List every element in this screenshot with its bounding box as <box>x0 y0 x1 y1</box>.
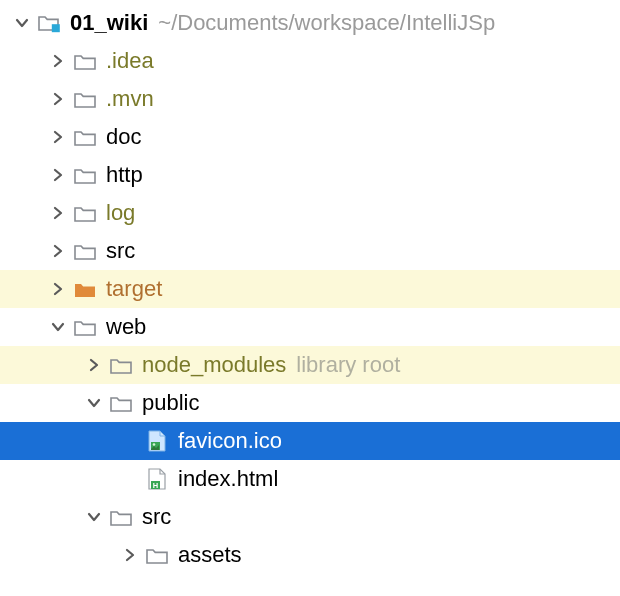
folder-icon <box>106 392 136 415</box>
folder-icon <box>70 126 100 149</box>
tree-item-idea-label: .idea <box>106 48 154 74</box>
project-root-suffix: ~/Documents/workspace/IntelliJSp <box>158 10 620 36</box>
tree-item-assets-label: assets <box>178 542 242 568</box>
module-folder-icon <box>34 11 64 36</box>
svg-point-2 <box>153 443 156 446</box>
tree-item-node-modules-label: node_modules <box>142 352 286 378</box>
tree-item-node-modules[interactable]: node_moduleslibrary root <box>0 346 620 384</box>
folder-icon <box>70 240 100 263</box>
folder-icon <box>106 354 136 377</box>
tree-item-target-label: target <box>106 276 162 302</box>
tree-item-web[interactable]: web <box>0 308 620 346</box>
folder-icon <box>70 316 100 339</box>
svg-text:H: H <box>153 481 158 490</box>
folder-icon <box>142 544 172 567</box>
chevron-down-icon[interactable] <box>10 16 34 30</box>
chevron-right-icon[interactable] <box>46 130 70 144</box>
tree-item-http-label: http <box>106 162 143 188</box>
folder-icon <box>70 164 100 187</box>
tree-item-favicon[interactable]: favicon.ico <box>0 422 620 460</box>
tree-item-web-src-label: src <box>142 504 171 530</box>
chevron-right-icon[interactable] <box>82 358 106 372</box>
folder-icon <box>70 88 100 111</box>
tree-item-mvn[interactable]: .mvn <box>0 80 620 118</box>
chevron-right-icon[interactable] <box>118 548 142 562</box>
tree-item-node-modules-suffix: library root <box>296 352 400 378</box>
chevron-down-icon[interactable] <box>82 510 106 524</box>
tree-item-src-label: src <box>106 238 135 264</box>
chevron-right-icon[interactable] <box>46 92 70 106</box>
chevron-down-icon[interactable] <box>82 396 106 410</box>
html-file-icon: H <box>142 467 172 491</box>
project-root-label: 01_wiki <box>70 10 148 36</box>
tree-item-web-src[interactable]: src <box>0 498 620 536</box>
image-file-icon <box>142 429 172 453</box>
folder-icon <box>70 50 100 73</box>
tree-item-public[interactable]: public <box>0 384 620 422</box>
tree-item-assets[interactable]: assets <box>0 536 620 574</box>
folder-icon <box>70 202 100 225</box>
svg-rect-0 <box>51 24 59 32</box>
folder-excluded-icon <box>70 278 100 301</box>
tree-item-target[interactable]: target <box>0 270 620 308</box>
folder-icon <box>106 506 136 529</box>
chevron-down-icon[interactable] <box>46 320 70 334</box>
tree-item-favicon-label: favicon.ico <box>178 428 282 454</box>
tree-item-mvn-label: .mvn <box>106 86 154 112</box>
chevron-right-icon[interactable] <box>46 54 70 68</box>
tree-item-idea[interactable]: .idea <box>0 42 620 80</box>
tree-item-web-label: web <box>106 314 146 340</box>
chevron-right-icon[interactable] <box>46 282 70 296</box>
tree-item-doc-label: doc <box>106 124 141 150</box>
tree-item-index-html[interactable]: H index.html <box>0 460 620 498</box>
chevron-right-icon[interactable] <box>46 168 70 182</box>
tree-item-public-label: public <box>142 390 199 416</box>
tree-item-log[interactable]: log <box>0 194 620 232</box>
tree-item-src[interactable]: src <box>0 232 620 270</box>
project-root[interactable]: 01_wiki~/Documents/workspace/IntelliJSp <box>0 4 620 42</box>
tree-item-index-html-label: index.html <box>178 466 278 492</box>
tree-item-doc[interactable]: doc <box>0 118 620 156</box>
chevron-right-icon[interactable] <box>46 244 70 258</box>
tree-item-http[interactable]: http <box>0 156 620 194</box>
tree-item-log-label: log <box>106 200 135 226</box>
chevron-right-icon[interactable] <box>46 206 70 220</box>
